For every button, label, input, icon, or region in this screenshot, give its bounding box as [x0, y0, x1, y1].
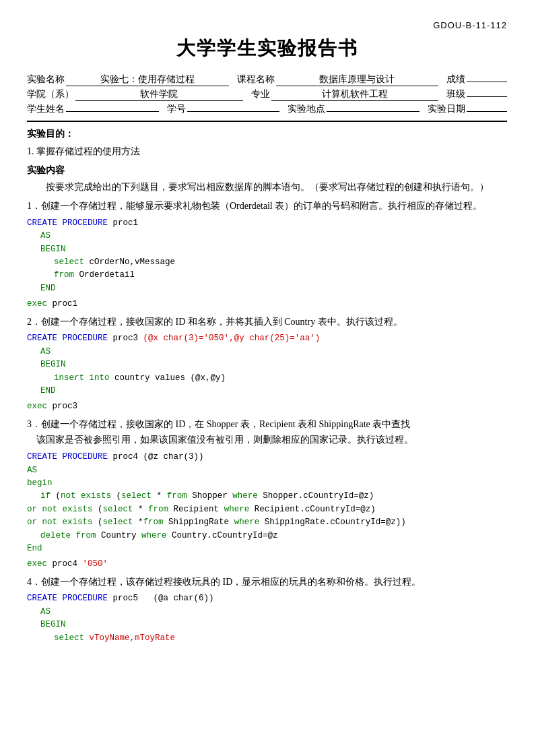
- q1-code: CREATE PROCEDURE proc1 AS BEGIN select c…: [27, 217, 507, 295]
- value-lab-location: [327, 111, 420, 112]
- section-divider: [27, 121, 507, 122]
- q2-exec: exec proc3: [27, 400, 507, 413]
- q1-exec: exec proc1: [27, 298, 507, 311]
- value-major: 计算机软件工程: [271, 88, 439, 101]
- label-major: 专业: [251, 88, 270, 100]
- purpose-item1: 1. 掌握存储过程的使用方法: [27, 144, 507, 160]
- value-college: 软件学院: [75, 88, 243, 101]
- value-lab-date: [467, 111, 507, 112]
- q1-label: 1．创建一个存储过程，能够显示要求礼物包装（Orderdetail 表）的订单的…: [27, 201, 482, 211]
- purpose-title: 实验目的：: [27, 126, 507, 142]
- label-lab-date: 实验日期: [428, 103, 465, 115]
- q2-text: 2．创建一个存储过程，接收国家的 ID 和名称，并将其插入到 Country 表…: [27, 314, 507, 330]
- page: GDOU-B-11-112 大学学生实验报告书 实验名称 实验七：使用存储过程 …: [0, 0, 534, 756]
- q4-text: 4．创建一个存储过程，该存储过程接收玩具的 ID，显示相应的玩具的名称和价格。执…: [27, 574, 507, 590]
- info-row-1: 实验名称 实验七：使用存储过程 课程名称 数据库原理与设计 成绩: [27, 73, 507, 86]
- main-title: 大学学生实验报告书: [27, 36, 507, 61]
- label-student-id: 学号: [167, 103, 186, 115]
- label-class: 班级: [446, 88, 465, 100]
- label-lab-location: 实验地点: [288, 103, 325, 115]
- value-student-name: [66, 111, 159, 112]
- label-experiment-name: 实验名称: [27, 73, 65, 86]
- q3-code: CREATE PROCEDURE proc4 (@z char(3)) AS b…: [27, 451, 507, 555]
- info-row-3: 学生姓名 学号 实验地点 实验日期: [27, 103, 507, 115]
- value-class: [467, 96, 507, 97]
- label-score: 成绩: [446, 73, 465, 86]
- value-student-id: [187, 111, 280, 112]
- q3-exec: exec proc4 '050': [27, 558, 507, 571]
- doc-id: GDOU-B-11-112: [27, 20, 507, 30]
- q3-text: 3．创建一个存储过程，接收国家的 ID，在 Shopper 表，Recipien…: [27, 416, 507, 449]
- value-experiment-name: 实验七：使用存储过程: [66, 73, 229, 86]
- q4-code: CREATE PROCEDURE proc5 (@a char(6)) AS B…: [27, 592, 507, 645]
- label-college: 学院（系）: [27, 88, 74, 100]
- info-row-2: 学院（系） 软件学院 专业 计算机软件工程 班级: [27, 88, 507, 101]
- value-course-name: 数据库原理与设计: [276, 73, 439, 86]
- label-course-name: 课程名称: [237, 73, 275, 86]
- label-student-name: 学生姓名: [27, 103, 65, 115]
- content-title: 实验内容: [27, 162, 507, 179]
- content-desc: 按要求完成给出的下列题目，要求写出相应数据库的脚本语句。（要求写出存储过程的创建…: [27, 179, 507, 195]
- q1-text: 1．创建一个存储过程，能够显示要求礼物包装（Orderdetail 表）的订单的…: [27, 198, 507, 214]
- purpose-section: 实验目的： 1. 掌握存储过程的使用方法 实验内容 按要求完成给出的下列题目，要…: [27, 126, 507, 645]
- q2-code: CREATE PROCEDURE proc3 (@x char(3)='050'…: [27, 332, 507, 398]
- value-score: [467, 82, 507, 82]
